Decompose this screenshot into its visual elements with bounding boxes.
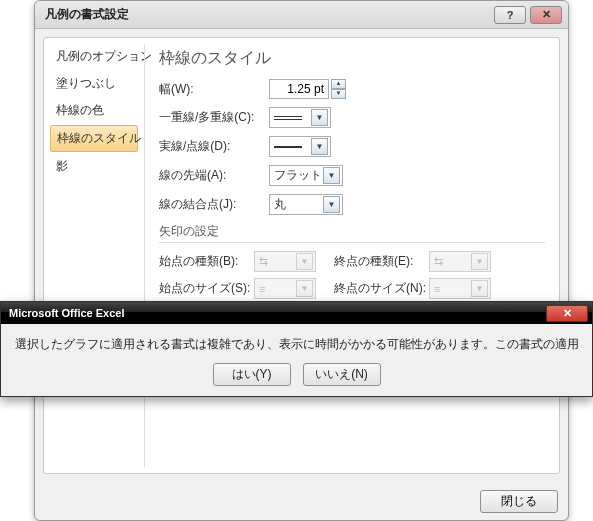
chevron-down-icon: ▼: [311, 109, 328, 126]
row-width: 幅(W): ▲▼: [159, 79, 545, 99]
end-size-label: 終点のサイズ(N):: [334, 280, 429, 297]
sidebar-item-shadow[interactable]: 影: [50, 154, 138, 179]
format-legend-dialog: 凡例の書式設定 ? ✕ 凡例のオプション 塗りつぶし 枠線の色 枠線のスタイル …: [34, 0, 569, 521]
chevron-down-icon: ▼: [323, 167, 340, 184]
row-dash: 実線/点線(D): ▼: [159, 136, 545, 157]
panel-heading: 枠線のスタイル: [159, 48, 545, 69]
end-type-combo: ⇆ ▼: [429, 251, 491, 272]
cap-value: フラット: [274, 167, 322, 184]
alert-message: 選択したグラフに適用される書式は複雑であり、表示に時間がかかる可能性があります。…: [15, 336, 578, 353]
help-button[interactable]: ?: [494, 6, 526, 24]
row-arrow-sizes: 始点のサイズ(S): ≡ ▼ 終点のサイズ(N): ≡ ▼: [159, 278, 545, 299]
chevron-down-icon: ▼: [471, 253, 488, 270]
width-input[interactable]: [269, 79, 329, 99]
alert-titlebar[interactable]: Microsoft Office Excel ✕: [1, 302, 592, 324]
dialog-body: 凡例のオプション 塗りつぶし 枠線の色 枠線のスタイル 影 枠線のスタイル 幅(…: [43, 37, 560, 474]
chevron-down-icon: ▼: [323, 196, 340, 213]
arrow-size-swatch-icon: ≡: [259, 283, 265, 295]
row-cap: 線の先端(A): フラット ▼: [159, 165, 545, 186]
arrows-heading: 矢印の設定: [159, 223, 545, 243]
close-dialog-button[interactable]: 閉じる: [480, 490, 558, 513]
end-size-combo: ≡ ▼: [429, 278, 491, 299]
row-arrow-types: 始点の種類(B): ⇆ ▼ 終点の種類(E): ⇆ ▼: [159, 251, 545, 272]
alert-yes-button[interactable]: はい(Y): [213, 363, 291, 386]
chevron-down-icon: ▼: [296, 280, 313, 297]
alert-body: 選択したグラフに適用される書式は複雑であり、表示に時間がかかる可能性があります。…: [1, 324, 592, 394]
row-join: 線の結合点(J): 丸 ▼: [159, 194, 545, 215]
alert-title: Microsoft Office Excel: [9, 307, 125, 319]
chevron-down-icon: ▼: [311, 138, 328, 155]
arrow-swatch-icon: ⇆: [434, 255, 443, 268]
dialog-titlebar[interactable]: 凡例の書式設定 ? ✕: [35, 1, 568, 29]
width-label: 幅(W):: [159, 81, 269, 98]
alert-no-button[interactable]: いいえ(N): [303, 363, 381, 386]
cap-combo[interactable]: フラット ▼: [269, 165, 343, 186]
alert-close-button[interactable]: ✕: [546, 305, 588, 322]
sidebar-item-border-style[interactable]: 枠線のスタイル: [50, 125, 138, 152]
width-spinner[interactable]: ▲▼: [331, 79, 346, 99]
border-style-panel: 枠線のスタイル 幅(W): ▲▼ 一重線/多重線(C): ▼ 実線/点線(D):…: [145, 38, 559, 473]
dialog-footer: 閉じる: [35, 482, 568, 520]
begin-type-combo: ⇆ ▼: [254, 251, 316, 272]
chevron-down-icon: ▼: [296, 253, 313, 270]
arrow-swatch-icon: ⇆: [259, 255, 268, 268]
compound-combo[interactable]: ▼: [269, 107, 331, 128]
begin-type-label: 始点の種類(B):: [159, 253, 254, 270]
dialog-title: 凡例の書式設定: [45, 6, 129, 23]
begin-size-label: 始点のサイズ(S):: [159, 280, 254, 297]
close-button[interactable]: ✕: [530, 6, 562, 24]
dash-label: 実線/点線(D):: [159, 138, 269, 155]
end-type-label: 終点の種類(E):: [334, 253, 429, 270]
begin-size-combo: ≡ ▼: [254, 278, 316, 299]
join-combo[interactable]: 丸 ▼: [269, 194, 343, 215]
compound-swatch-icon: [274, 116, 302, 120]
join-label: 線の結合点(J):: [159, 196, 269, 213]
dash-swatch-icon: [274, 146, 302, 148]
sidebar-item-fill[interactable]: 塗りつぶし: [50, 71, 138, 96]
sidebar-item-legend-options[interactable]: 凡例のオプション: [50, 44, 138, 69]
dash-combo[interactable]: ▼: [269, 136, 331, 157]
row-compound: 一重線/多重線(C): ▼: [159, 107, 545, 128]
join-value: 丸: [274, 196, 286, 213]
cap-label: 線の先端(A):: [159, 167, 269, 184]
chevron-down-icon: ▼: [471, 280, 488, 297]
excel-alert-dialog: Microsoft Office Excel ✕ 選択したグラフに適用される書式…: [0, 301, 593, 397]
sidebar-item-border-color[interactable]: 枠線の色: [50, 98, 138, 123]
compound-label: 一重線/多重線(C):: [159, 109, 269, 126]
arrow-size-swatch-icon: ≡: [434, 283, 440, 295]
category-sidebar: 凡例のオプション 塗りつぶし 枠線の色 枠線のスタイル 影: [44, 38, 144, 473]
